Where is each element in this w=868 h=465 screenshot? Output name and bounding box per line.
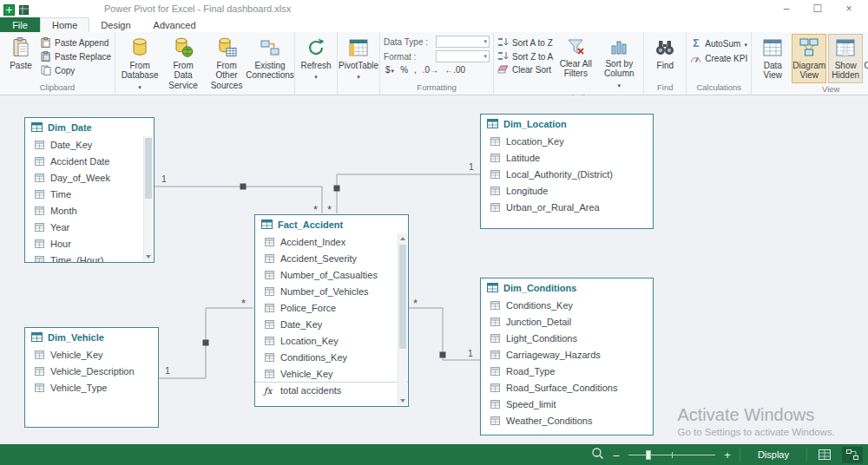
table-dim-location[interactable]: Dim_Location Location_KeyLatitudeLocal_A…	[480, 114, 654, 229]
table-header[interactable]: Dim_Conditions	[481, 278, 653, 297]
create-kpi-button[interactable]: Create KPI	[690, 53, 747, 63]
sort-a-to-z-button[interactable]: Sort A to Z	[497, 37, 553, 48]
paste-replace-button[interactable]: Paste Replace	[40, 51, 111, 62]
currency-format-button[interactable]: $	[385, 65, 394, 75]
table-header[interactable]: Dim_Vehicle	[25, 328, 158, 346]
show-hidden-button[interactable]: Show Hidden	[828, 34, 863, 83]
data-view-button[interactable]: Data View	[755, 34, 790, 83]
vertical-scrollbar[interactable]	[143, 136, 153, 261]
table-header[interactable]: Fact_Accident	[255, 215, 408, 233]
tab-home[interactable]: Home	[40, 17, 89, 32]
relationship-line[interactable]	[337, 174, 480, 213]
zoom-out-button[interactable]: –	[611, 449, 621, 462]
field-row[interactable]: Number_of_Vehicles	[255, 283, 408, 299]
from-data-service-button[interactable]: From Data Service	[162, 34, 204, 103]
field-row[interactable]: Location_Key	[481, 133, 653, 149]
format-dropdown[interactable]	[436, 50, 490, 62]
field-row[interactable]: Urban_or_Rural_Area	[481, 199, 653, 215]
relationship-node[interactable]	[440, 352, 446, 358]
field-row[interactable]: Time	[25, 186, 154, 202]
close-button[interactable]: ×	[833, 3, 865, 15]
field-row[interactable]: Accident Date	[25, 153, 154, 169]
field-row[interactable]: Vehicle_Key	[25, 346, 158, 363]
table-header[interactable]: Dim_Date	[25, 118, 154, 136]
field-row[interactable]: Weather_Conditions	[481, 412, 653, 429]
diagram-view-button[interactable]: Diagram View	[792, 34, 826, 83]
measure-row[interactable]: ƒxtotal accidents	[255, 382, 408, 398]
clear-sort-button[interactable]: Clear Sort	[497, 65, 553, 75]
field-row[interactable]: Conditions_Key	[481, 297, 653, 313]
maximize-button[interactable]: ☐	[802, 3, 833, 15]
statusbar-diagram-view-button[interactable]	[842, 447, 863, 463]
clear-all-filters-button[interactable]: Clear All Filters	[555, 34, 596, 82]
minimize-button[interactable]: –	[771, 3, 802, 15]
refresh-button[interactable]: Refresh	[299, 34, 333, 84]
percent-format-button[interactable]: %	[400, 65, 408, 75]
field-row[interactable]: Accident_Severity	[255, 250, 408, 266]
table-dim-conditions[interactable]: Dim_Conditions Conditions_KeyJunction_De…	[480, 278, 654, 436]
scroll-up-button[interactable]	[398, 233, 407, 243]
field-row[interactable]: Location_Key	[255, 332, 408, 349]
relationship-line[interactable]	[155, 187, 322, 213]
tab-design[interactable]: Design	[89, 17, 141, 32]
field-row[interactable]: Time_(Hour)	[25, 252, 154, 263]
thousands-separator-button[interactable]: ,	[414, 65, 417, 75]
vertical-scrollbar[interactable]	[398, 233, 407, 405]
find-button[interactable]: Find	[648, 34, 682, 73]
tab-file[interactable]: File	[0, 17, 40, 32]
relationship-node[interactable]	[203, 340, 209, 346]
display-button[interactable]: Display	[747, 449, 799, 460]
field-row[interactable]: Vehicle_Key	[255, 365, 408, 382]
field-row[interactable]: Road_Type	[481, 363, 653, 379]
field-row[interactable]: Vehicle_Description	[25, 363, 158, 379]
field-row[interactable]: Police_Force	[255, 299, 408, 316]
zoom-fit-icon[interactable]	[591, 447, 604, 463]
data-type-dropdown[interactable]	[436, 36, 490, 48]
relationship-node[interactable]	[334, 186, 340, 192]
relationship-node[interactable]	[240, 184, 247, 190]
copy-button[interactable]: Copy	[40, 65, 111, 75]
field-row[interactable]: Vehicle_Type	[25, 379, 158, 396]
scroll-down-button[interactable]	[398, 396, 407, 405]
table-fact-accident[interactable]: Fact_Accident Accident_IndexAccident_Sev…	[254, 214, 409, 407]
table-dim-vehicle[interactable]: Dim_Vehicle Vehicle_KeyVehicle_Descripti…	[24, 327, 159, 428]
from-database-button[interactable]: From Database	[119, 34, 161, 94]
table-header[interactable]: Dim_Location	[481, 115, 653, 133]
scroll-down-button[interactable]	[144, 252, 153, 261]
field-row[interactable]: Date_Key	[255, 316, 408, 332]
paste-button[interactable]: Paste	[3, 34, 38, 73]
from-other-sources-button[interactable]: From Other Sources	[206, 34, 247, 93]
field-row[interactable]: Junction_Detail	[481, 313, 653, 330]
field-row[interactable]: Light_Conditions	[481, 330, 653, 346]
field-row[interactable]: Hour	[25, 235, 154, 252]
zoom-slider[interactable]	[628, 449, 715, 461]
field-row[interactable]: Speed_limit	[481, 396, 653, 412]
sort-z-to-a-button[interactable]: Sort Z to A	[497, 51, 553, 62]
pivottable-button[interactable]: PivotTable	[341, 34, 376, 84]
field-row[interactable]: Carriageway_Hazards	[481, 346, 653, 363]
field-row[interactable]: Road_Surface_Conditions	[481, 379, 653, 396]
field-row[interactable]: Number_of_Casualties	[255, 266, 408, 283]
field-row[interactable]: Day_of_Week	[25, 169, 154, 186]
sort-by-column-button[interactable]: Sort by Column	[598, 34, 640, 92]
statusbar-data-view-button[interactable]	[814, 447, 835, 463]
field-row[interactable]: Local_Authority_(District)	[481, 166, 653, 182]
paste-append-button[interactable]: Paste Append	[40, 37, 111, 48]
zoom-slider-thumb[interactable]	[646, 450, 651, 460]
table-dim-date[interactable]: Dim_Date Date_KeyAccident DateDay_of_Wee…	[24, 117, 155, 263]
calculation-area-button[interactable]: Calculation Area	[865, 34, 868, 83]
field-row[interactable]: Conditions_Key	[255, 349, 408, 365]
field-row[interactable]: Month	[25, 202, 154, 219]
field-row[interactable]: Year	[25, 219, 154, 235]
decrease-decimal-button[interactable]: .0→	[423, 65, 438, 75]
zoom-in-button[interactable]: +	[722, 449, 733, 462]
field-row[interactable]: Latitude	[481, 149, 653, 166]
increase-decimal-button[interactable]: ←.00	[444, 65, 465, 75]
field-row[interactable]: Longitude	[481, 182, 653, 199]
field-row[interactable]: Date_Key	[25, 136, 154, 153]
autosum-button[interactable]: Σ AutoSum	[690, 37, 747, 49]
tab-advanced[interactable]: Advanced	[142, 17, 207, 32]
diagram-canvas[interactable]: 1 * 1 * 1 * * 1 Dim_Date Date_KeyAcciden…	[0, 95, 868, 444]
field-row[interactable]: Accident_Index	[255, 233, 408, 250]
existing-connections-button[interactable]: Existing Connections	[249, 34, 291, 83]
